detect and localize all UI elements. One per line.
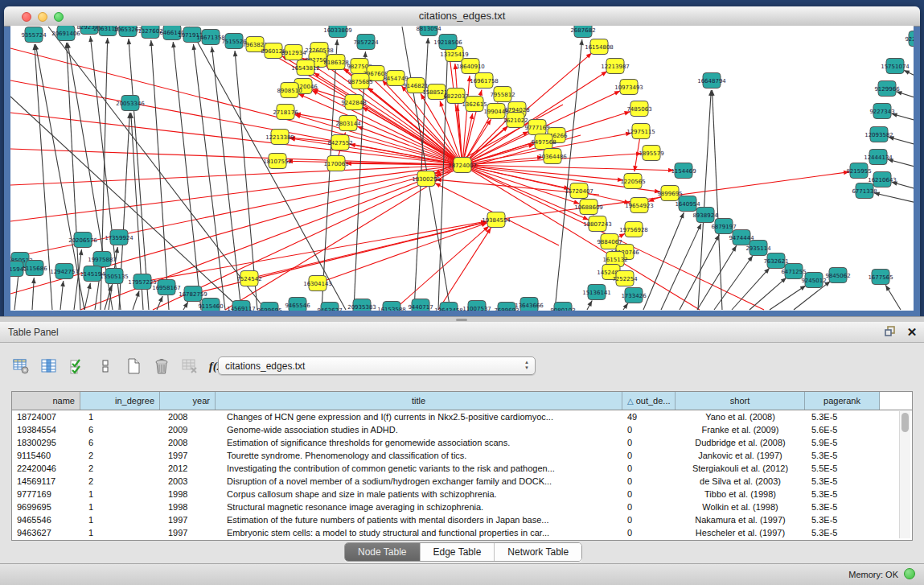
table-selector-dropdown[interactable]: citations_edges.txt ▲▼ xyxy=(218,356,536,375)
table-row[interactable]: 946554611997Estimation of the future num… xyxy=(12,513,912,526)
table-cell-name[interactable]: 9115460 xyxy=(12,449,80,462)
table-cell-out_degree[interactable]: 0 xyxy=(622,488,676,501)
table-cell-short[interactable]: Nakamura et al. (1997) xyxy=(676,513,805,526)
table-row[interactable]: 946362711997Embryonic stem cells: a mode… xyxy=(12,526,912,539)
table-cell-short[interactable]: Hescheler et al. (1997) xyxy=(676,526,805,539)
table-cell-out_degree[interactable]: 0 xyxy=(622,475,676,488)
table-cell-year[interactable]: 1997 xyxy=(160,513,216,526)
table-row[interactable]: 969969511998Structural magnetic resonanc… xyxy=(12,501,912,513)
table-cell-in_degree[interactable]: 2 xyxy=(80,475,160,488)
row-height-icon[interactable] xyxy=(96,356,115,376)
table-cell-year[interactable]: 2003 xyxy=(160,475,216,488)
column-header-year[interactable]: year xyxy=(160,392,216,410)
table-cell-out_degree[interactable]: 0 xyxy=(622,436,676,449)
column-header-out_degree[interactable]: △out_de... xyxy=(622,392,676,410)
tab-node-table[interactable]: Node Table xyxy=(345,543,421,561)
table-cell-short[interactable]: Franke et al. (2009) xyxy=(676,423,805,436)
network-node[interactable]: 7955812 xyxy=(490,87,515,102)
table-cell-year[interactable]: 1998 xyxy=(160,501,216,513)
table-cell-title[interactable]: Structural magnetic resonance image aver… xyxy=(216,501,622,513)
table-cell-out_degree[interactable]: 0 xyxy=(622,423,676,436)
divider-grip-icon[interactable] xyxy=(456,319,467,321)
network-node[interactable]: 9227343 xyxy=(869,104,894,119)
table-cell-name[interactable]: 18300295 xyxy=(12,436,80,449)
table-cell-out_degree[interactable]: 0 xyxy=(622,501,676,513)
table-cell-pagerank[interactable]: 5.3E-5 xyxy=(805,488,880,501)
table-cell-out_degree[interactable]: 0 xyxy=(622,462,676,475)
split-pane-divider[interactable] xyxy=(0,316,924,322)
network-node[interactable]: 9115460 xyxy=(198,299,223,311)
network-node[interactable]: 1677565 xyxy=(868,270,893,285)
table-cell-in_degree[interactable]: 1 xyxy=(80,488,160,501)
scrollbar-thumb[interactable] xyxy=(901,413,909,432)
tab-edge-table[interactable]: Edge Table xyxy=(421,543,495,561)
table-row[interactable]: 1830029562008Estimation of significance … xyxy=(12,436,912,449)
table-cell-name[interactable]: 18724007 xyxy=(12,410,80,423)
table-cell-in_degree[interactable]: 2 xyxy=(80,449,160,462)
network-node[interactable]: 9875685 xyxy=(347,74,372,89)
table-cell-short[interactable]: Dudbridge et al. (2008) xyxy=(676,436,805,449)
table-cell-name[interactable]: 9699695 xyxy=(12,501,80,513)
table-cell-in_degree[interactable]: 2 xyxy=(80,462,160,475)
network-node[interactable]: 7485063 xyxy=(626,101,651,117)
network-node[interactable]: 1170061 xyxy=(323,156,348,171)
table-cell-in_degree[interactable]: 1 xyxy=(80,410,160,423)
network-node[interactable]: 6497568 xyxy=(531,134,556,150)
table-row[interactable]: 1872400712008Changes of HCN gene express… xyxy=(12,410,912,423)
network-node[interactable]: 8427552 xyxy=(327,135,352,150)
float-window-icon[interactable] xyxy=(883,325,899,340)
table-cell-title[interactable]: Corpus callosum shape and size in male p… xyxy=(216,488,622,501)
column-header-title[interactable]: title xyxy=(216,392,622,410)
table-cell-in_degree[interactable]: 1 xyxy=(80,526,160,539)
table-cell-name[interactable]: 9777169 xyxy=(12,488,80,501)
table-cell-out_degree[interactable]: 0 xyxy=(622,513,676,526)
table-cell-out_degree[interactable]: 49 xyxy=(622,410,676,423)
table-cell-pagerank[interactable]: 5.5E-5 xyxy=(805,462,880,475)
table-cell-in_degree[interactable]: 6 xyxy=(80,423,160,436)
network-node[interactable]: 9440717 xyxy=(408,299,433,311)
table-cell-name[interactable]: 19384554 xyxy=(12,423,80,436)
network-node[interactable]: 1154469 xyxy=(671,163,696,179)
column-header-in_degree[interactable]: in_degree xyxy=(80,392,160,410)
network-node[interactable]: 7524542 xyxy=(236,271,261,286)
table-cell-pagerank[interactable]: 5.3E-5 xyxy=(805,410,880,423)
table-cell-in_degree[interactable]: 1 xyxy=(80,513,160,526)
table-settings-icon[interactable] xyxy=(11,356,31,376)
column-header-pagerank[interactable]: pagerank xyxy=(805,392,880,410)
table-cell-short[interactable]: Stergiakouli et al. (2012) xyxy=(676,462,805,475)
table-cell-short[interactable]: Yano et al. (2008) xyxy=(676,410,805,423)
network-node[interactable]: 2687682 xyxy=(570,26,595,38)
network-window-titlebar[interactable]: citations_edges.txt xyxy=(4,6,920,27)
table-row[interactable]: 977716911998Corpus callosum shape and si… xyxy=(12,488,912,501)
network-canvas[interactable]: 1872400719384554183002957963822896012889… xyxy=(10,26,914,311)
table-cell-pagerank[interactable]: 5.3E-5 xyxy=(805,526,880,539)
network-node[interactable]: 8908510 xyxy=(277,83,302,98)
table-cell-name[interactable]: 9463627 xyxy=(12,526,80,539)
table-cell-year[interactable]: 2009 xyxy=(160,423,216,436)
table-cell-title[interactable]: Genome-wide association studies in ADHD. xyxy=(216,423,622,436)
tab-network-table[interactable]: Network Table xyxy=(495,543,581,561)
table-cell-name[interactable]: 14569117 xyxy=(12,475,80,488)
table-cell-pagerank[interactable]: 5.6E-5 xyxy=(805,423,880,436)
table-cell-year[interactable]: 1997 xyxy=(160,449,216,462)
table-cell-year[interactable]: 2008 xyxy=(160,410,216,423)
table-cell-year[interactable]: 1997 xyxy=(160,526,216,539)
table-cell-year[interactable]: 2012 xyxy=(160,462,216,475)
network-node[interactable]: 6771338 xyxy=(852,183,877,199)
table-cell-title[interactable]: Changes of HCN gene expression and I(f) … xyxy=(216,410,622,423)
network-node[interactable]: 9245012 xyxy=(801,273,826,288)
table-cell-pagerank[interactable]: 5.3E-5 xyxy=(805,513,880,526)
column-header-name[interactable]: name xyxy=(12,392,80,410)
table-cell-pagerank[interactable]: 5.3E-5 xyxy=(805,449,880,462)
table-cell-short[interactable]: Jankovic et al. (1997) xyxy=(676,449,805,462)
table-cell-short[interactable]: Tibbo et al. (1998) xyxy=(676,488,805,501)
table-cell-pagerank[interactable]: 5.3E-5 xyxy=(805,501,880,513)
table-row[interactable]: 1456911722003Disruption of a novel membe… xyxy=(12,475,912,488)
table-cell-out_degree[interactable]: 0 xyxy=(622,526,676,539)
table-cell-in_degree[interactable]: 1 xyxy=(80,501,160,513)
network-node[interactable]: 9242848 xyxy=(341,95,366,110)
table-cell-in_degree[interactable]: 6 xyxy=(80,436,160,449)
table-cell-out_degree[interactable]: 0 xyxy=(622,449,676,462)
delete-trash-icon[interactable] xyxy=(152,356,171,376)
table-cell-short[interactable]: Wolkin et al. (1998) xyxy=(676,501,805,513)
